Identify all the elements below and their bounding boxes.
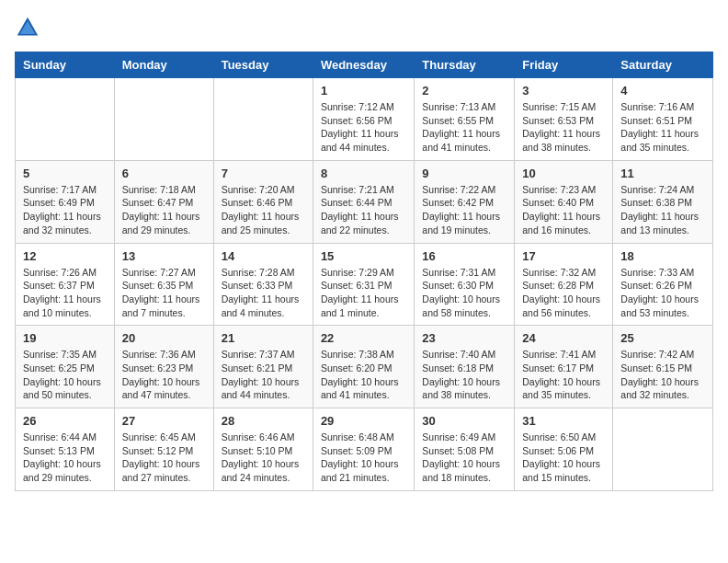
calendar-week-row: 12Sunrise: 7:26 AM Sunset: 6:37 PM Dayli… [16, 243, 713, 326]
calendar-cell: 3Sunrise: 7:15 AM Sunset: 6:53 PM Daylig… [515, 78, 613, 161]
day-number: 21 [222, 331, 305, 345]
day-number: 25 [620, 331, 705, 345]
day-info: Sunrise: 6:45 AM Sunset: 5:12 PM Dayligh… [122, 431, 206, 485]
day-number: 31 [522, 414, 605, 428]
calendar-cell: 28Sunrise: 6:46 AM Sunset: 5:10 PM Dayli… [213, 408, 313, 491]
day-header-wednesday: Wednesday [313, 52, 414, 78]
day-number: 5 [23, 167, 107, 180]
calendar-cell: 9Sunrise: 7:22 AM Sunset: 6:42 PM Daylig… [415, 160, 515, 243]
calendar-cell [213, 78, 313, 161]
day-info: Sunrise: 7:37 AM Sunset: 6:21 PM Dayligh… [222, 348, 305, 402]
day-info: Sunrise: 6:48 AM Sunset: 5:09 PM Dayligh… [321, 431, 406, 485]
day-number: 13 [122, 249, 206, 263]
logo [15, 15, 44, 40]
day-number: 4 [620, 84, 705, 98]
calendar-cell: 11Sunrise: 7:24 AM Sunset: 6:38 PM Dayli… [613, 160, 713, 243]
day-info: Sunrise: 7:23 AM Sunset: 6:40 PM Dayligh… [522, 183, 605, 237]
day-info: Sunrise: 7:38 AM Sunset: 6:20 PM Dayligh… [321, 348, 406, 402]
calendar-cell: 23Sunrise: 7:40 AM Sunset: 6:18 PM Dayli… [415, 326, 515, 408]
day-info: Sunrise: 7:29 AM Sunset: 6:31 PM Dayligh… [321, 266, 406, 320]
calendar-cell: 27Sunrise: 6:45 AM Sunset: 5:12 PM Dayli… [114, 408, 213, 491]
day-number: 23 [422, 331, 506, 345]
calendar-cell: 7Sunrise: 7:20 AM Sunset: 6:46 PM Daylig… [213, 160, 313, 243]
day-number: 28 [222, 414, 305, 428]
logo-icon [15, 15, 40, 40]
day-number: 6 [122, 167, 206, 180]
day-number: 9 [422, 167, 506, 180]
day-info: Sunrise: 7:33 AM Sunset: 6:26 PM Dayligh… [620, 266, 705, 320]
calendar-table: SundayMondayTuesdayWednesdayThursdayFrid… [15, 52, 713, 491]
day-number: 22 [321, 331, 406, 345]
calendar-cell: 20Sunrise: 7:36 AM Sunset: 6:23 PM Dayli… [114, 326, 213, 408]
calendar-cell: 12Sunrise: 7:26 AM Sunset: 6:37 PM Dayli… [16, 243, 115, 326]
day-number: 19 [23, 331, 107, 345]
calendar-week-row: 1Sunrise: 7:12 AM Sunset: 6:56 PM Daylig… [16, 78, 713, 161]
calendar-cell: 21Sunrise: 7:37 AM Sunset: 6:21 PM Dayli… [213, 326, 313, 408]
day-header-monday: Monday [114, 52, 213, 78]
calendar-cell: 30Sunrise: 6:49 AM Sunset: 5:08 PM Dayli… [415, 408, 515, 491]
calendar-cell: 10Sunrise: 7:23 AM Sunset: 6:40 PM Dayli… [515, 160, 613, 243]
calendar-week-row: 26Sunrise: 6:44 AM Sunset: 5:13 PM Dayli… [16, 408, 713, 491]
day-number: 10 [522, 167, 605, 180]
calendar-cell: 24Sunrise: 7:41 AM Sunset: 6:17 PM Dayli… [515, 326, 613, 408]
calendar-cell: 6Sunrise: 7:18 AM Sunset: 6:47 PM Daylig… [114, 160, 213, 243]
calendar-cell: 26Sunrise: 6:44 AM Sunset: 5:13 PM Dayli… [16, 408, 115, 491]
calendar-cell: 1Sunrise: 7:12 AM Sunset: 6:56 PM Daylig… [313, 78, 414, 161]
day-info: Sunrise: 7:32 AM Sunset: 6:28 PM Dayligh… [522, 266, 605, 320]
day-info: Sunrise: 7:41 AM Sunset: 6:17 PM Dayligh… [522, 348, 605, 402]
calendar-cell: 17Sunrise: 7:32 AM Sunset: 6:28 PM Dayli… [515, 243, 613, 326]
calendar-cell: 8Sunrise: 7:21 AM Sunset: 6:44 PM Daylig… [313, 160, 414, 243]
calendar-cell: 5Sunrise: 7:17 AM Sunset: 6:49 PM Daylig… [16, 160, 115, 243]
day-number: 26 [23, 414, 107, 428]
calendar-cell: 16Sunrise: 7:31 AM Sunset: 6:30 PM Dayli… [415, 243, 515, 326]
day-header-thursday: Thursday [415, 52, 515, 78]
day-info: Sunrise: 7:42 AM Sunset: 6:15 PM Dayligh… [620, 348, 705, 402]
calendar-cell: 29Sunrise: 6:48 AM Sunset: 5:09 PM Dayli… [313, 408, 414, 491]
day-info: Sunrise: 7:36 AM Sunset: 6:23 PM Dayligh… [122, 348, 206, 402]
calendar-cell [16, 78, 115, 161]
day-number: 27 [122, 414, 206, 428]
calendar-cell [613, 408, 713, 491]
day-number: 14 [222, 249, 305, 263]
day-info: Sunrise: 6:44 AM Sunset: 5:13 PM Dayligh… [23, 431, 107, 485]
calendar-cell: 22Sunrise: 7:38 AM Sunset: 6:20 PM Dayli… [313, 326, 414, 408]
day-number: 11 [620, 167, 705, 180]
calendar-cell: 31Sunrise: 6:50 AM Sunset: 5:06 PM Dayli… [515, 408, 613, 491]
calendar-cell [114, 78, 213, 161]
day-number: 8 [321, 167, 406, 180]
day-number: 2 [422, 84, 506, 98]
day-info: Sunrise: 7:20 AM Sunset: 6:46 PM Dayligh… [222, 183, 305, 237]
day-number: 29 [321, 414, 406, 428]
day-number: 3 [522, 84, 605, 98]
day-info: Sunrise: 7:24 AM Sunset: 6:38 PM Dayligh… [620, 183, 705, 237]
day-info: Sunrise: 7:13 AM Sunset: 6:55 PM Dayligh… [422, 100, 506, 155]
day-info: Sunrise: 7:15 AM Sunset: 6:53 PM Dayligh… [522, 100, 605, 155]
calendar-cell: 25Sunrise: 7:42 AM Sunset: 6:15 PM Dayli… [613, 326, 713, 408]
day-header-friday: Friday [515, 52, 613, 78]
calendar-week-row: 5Sunrise: 7:17 AM Sunset: 6:49 PM Daylig… [16, 160, 713, 243]
calendar-cell: 19Sunrise: 7:35 AM Sunset: 6:25 PM Dayli… [16, 326, 115, 408]
day-info: Sunrise: 7:28 AM Sunset: 6:33 PM Dayligh… [222, 266, 305, 320]
day-number: 16 [422, 249, 506, 263]
day-info: Sunrise: 6:46 AM Sunset: 5:10 PM Dayligh… [222, 431, 305, 485]
day-number: 12 [23, 249, 107, 263]
day-info: Sunrise: 7:21 AM Sunset: 6:44 PM Dayligh… [321, 183, 406, 237]
day-number: 20 [122, 331, 206, 345]
calendar-cell: 18Sunrise: 7:33 AM Sunset: 6:26 PM Dayli… [613, 243, 713, 326]
day-info: Sunrise: 7:27 AM Sunset: 6:35 PM Dayligh… [122, 266, 206, 320]
day-number: 1 [321, 84, 406, 98]
day-number: 15 [321, 249, 406, 263]
day-number: 24 [522, 331, 605, 345]
day-info: Sunrise: 7:12 AM Sunset: 6:56 PM Dayligh… [321, 100, 406, 155]
day-header-sunday: Sunday [16, 52, 115, 78]
day-info: Sunrise: 7:26 AM Sunset: 6:37 PM Dayligh… [23, 266, 107, 320]
day-info: Sunrise: 7:18 AM Sunset: 6:47 PM Dayligh… [122, 183, 206, 237]
day-info: Sunrise: 7:16 AM Sunset: 6:51 PM Dayligh… [620, 100, 705, 155]
day-info: Sunrise: 7:22 AM Sunset: 6:42 PM Dayligh… [422, 183, 506, 237]
calendar-header-row: SundayMondayTuesdayWednesdayThursdayFrid… [16, 52, 713, 78]
day-info: Sunrise: 7:31 AM Sunset: 6:30 PM Dayligh… [422, 266, 506, 320]
day-info: Sunrise: 6:50 AM Sunset: 5:06 PM Dayligh… [522, 431, 605, 485]
day-number: 17 [522, 249, 605, 263]
day-info: Sunrise: 7:35 AM Sunset: 6:25 PM Dayligh… [23, 348, 107, 402]
day-info: Sunrise: 7:40 AM Sunset: 6:18 PM Dayligh… [422, 348, 506, 402]
